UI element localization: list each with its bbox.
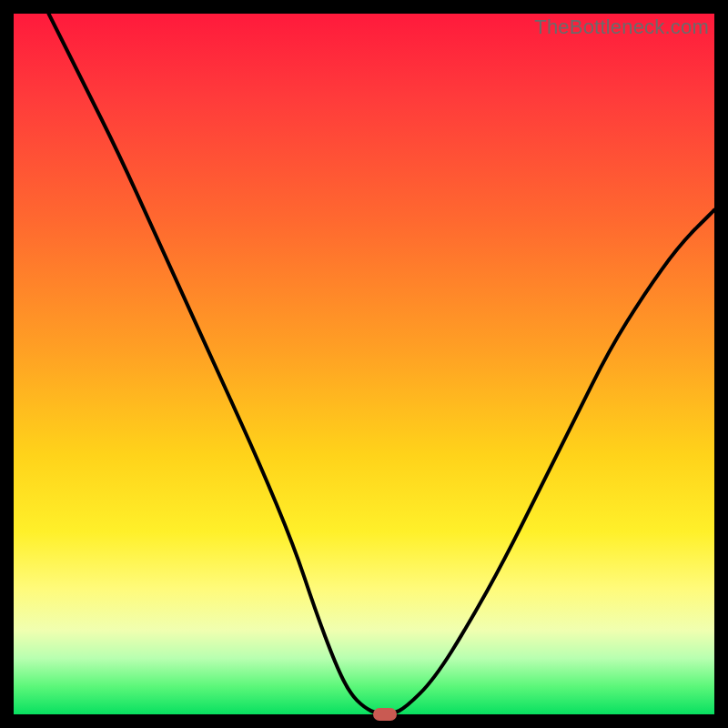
optimum-marker [373, 708, 397, 721]
curve-path [49, 14, 715, 714]
bottleneck-curve [14, 14, 714, 714]
gradient-plot-area: TheBottleneck.com [14, 14, 714, 714]
chart-stage: TheBottleneck.com [0, 0, 728, 728]
